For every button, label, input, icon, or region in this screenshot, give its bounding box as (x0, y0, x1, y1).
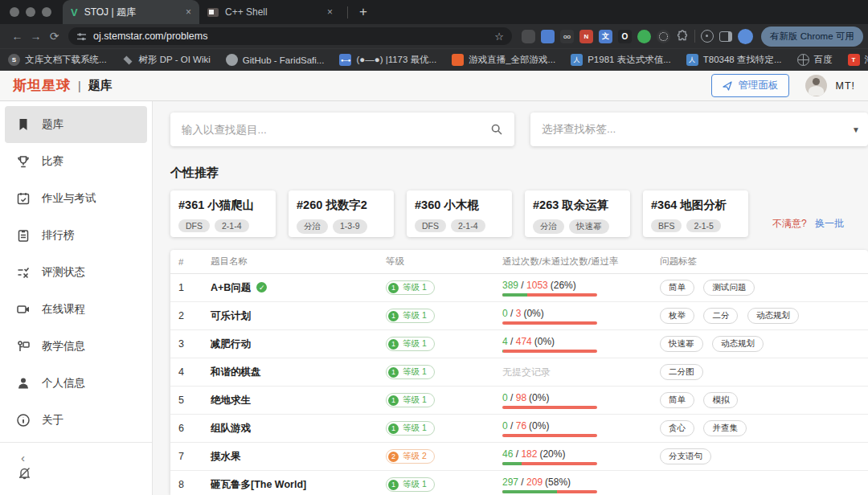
red-n-extension-icon[interactable]: N (579, 30, 593, 43)
problem-name-link[interactable]: 砸瓦鲁多[The World] (211, 479, 306, 490)
tag-pill[interactable]: 贪心 (660, 420, 694, 436)
bookmark-item[interactable]: GitHub - FaridSafi... (226, 54, 325, 66)
sidebar-item-contests[interactable]: 比赛 (0, 143, 152, 180)
bookmark-item[interactable]: ●—● (●—●) |1173 最优... (339, 54, 436, 66)
bookmark-item[interactable]: 人 T80348 查找特定... (686, 54, 782, 66)
window-close-button[interactable] (10, 7, 19, 17)
sidebar-item-problems[interactable]: 题库 (5, 106, 147, 143)
tag-pill[interactable]: 动态规划 (747, 308, 799, 324)
tab-stoj[interactable]: V STOJ | 题库 × (63, 0, 199, 24)
back-button[interactable]: ← (8, 30, 27, 43)
table-row[interactable]: 5 绝地求生 1等级 1 0 / 98(0%) 简单 模拟 (170, 387, 868, 415)
user-avatar[interactable] (805, 75, 827, 96)
extensions-puzzle-icon[interactable] (676, 30, 689, 43)
username-text[interactable]: MT! (835, 80, 855, 92)
tag-select[interactable]: 选择查找标签... ▼ (530, 112, 868, 146)
window-zoom-button[interactable] (42, 7, 51, 17)
sidebar-item-label: 作业与考试 (42, 191, 96, 206)
tab-cpp-shell[interactable]: C++ Shell × (199, 0, 341, 24)
search-input[interactable] (182, 124, 490, 136)
site-settings-icon[interactable] (76, 31, 87, 42)
problem-name-link[interactable]: 和谐的棋盘 (211, 366, 261, 378)
url-text[interactable]: oj.stemstar.com/problems (93, 31, 494, 42)
tag-pill[interactable]: 枚举 (660, 308, 694, 324)
compass-icon[interactable] (701, 30, 714, 43)
table-row[interactable]: 6 组队游戏 1等级 1 0 / 76(0%) 贪心 并查集 (170, 415, 868, 443)
table-row[interactable]: 7 摸水果 2等级 2 46 / 182(20%) 分支语句 (170, 443, 868, 471)
search-icon[interactable] (490, 123, 503, 136)
sidebar-item-judge-status[interactable]: 评测状态 (0, 254, 152, 291)
cat-extension-icon[interactable] (522, 30, 535, 43)
problem-name-link[interactable]: A+B问题 (211, 282, 251, 293)
oo-extension-icon[interactable]: oo (560, 30, 574, 43)
table-row[interactable]: 1 A+B问题✓ 1等级 1 389 / 1053(26%) 简单 测试问题 (170, 274, 868, 302)
table-row[interactable]: 3 减肥行动 1等级 1 4 / 474(0%) 快速幂 动态规划 (170, 330, 868, 358)
notifications-off-icon[interactable] (0, 466, 152, 483)
window-minimize-button[interactable] (26, 7, 35, 17)
problem-name-link[interactable]: 摸水果 (211, 451, 241, 462)
sidebar-item-teaching-info[interactable]: 教学信息 (0, 328, 152, 365)
new-tab-button[interactable]: + (359, 4, 367, 20)
cpp-shell-favicon (207, 8, 219, 17)
address-bar[interactable]: oj.stemstar.com/problems ☆ (68, 27, 512, 45)
tag-pill[interactable]: 并查集 (703, 420, 747, 436)
refresh-batch-link[interactable]: 换一批 (815, 218, 844, 229)
sidebar-item-ranking[interactable]: 排行榜 (0, 217, 152, 254)
bookmark-item[interactable]: 人 P1981 表达式求值... (571, 54, 671, 66)
forward-button[interactable]: → (27, 30, 45, 43)
sidebar-item-homework-exams[interactable]: 作业与考试 (0, 180, 152, 217)
table-row[interactable]: 2 可乐计划 1等级 1 0 / 3(0%) 枚举 二分 动态规划 (170, 302, 868, 330)
tag-pill[interactable]: 简单 (660, 280, 694, 296)
problem-name-link[interactable]: 绝地求生 (211, 395, 251, 406)
problem-card[interactable]: #364 地图分析 BFS 2-1-5 (643, 190, 748, 237)
reload-button[interactable]: ⟳ (45, 30, 63, 43)
sidebar-collapse-chevron[interactable]: ‹ (0, 443, 152, 466)
bookmark-star-icon[interactable]: ☆ (494, 31, 504, 43)
tab-close-icon[interactable]: × (327, 6, 333, 18)
luogu-favicon: 人 (686, 54, 698, 66)
tab-close-icon[interactable]: × (186, 6, 191, 18)
green-extension-icon[interactable] (637, 30, 651, 43)
level-badge: 2等级 2 (386, 449, 435, 464)
problem-card[interactable]: #263 取余运算 分治 快速幂 (525, 190, 630, 237)
tag-pill[interactable]: 二分 (703, 308, 738, 324)
tag-pill[interactable]: 二分图 (660, 364, 703, 380)
admin-panel-button[interactable]: 管理面板 (711, 74, 789, 97)
sidebar-item-profile[interactable]: 个人信息 (0, 365, 152, 402)
tag-pill[interactable]: 测试问题 (703, 280, 755, 296)
problem-name-link[interactable]: 减肥行动 (211, 338, 251, 350)
sidebar-item-online-courses[interactable]: 在线课程 (0, 291, 152, 328)
table-row[interactable]: 4 和谐的棋盘 1等级 1 无提交记录 二分图 (170, 358, 868, 387)
bookmark-item[interactable]: 树形 DP - OI Wiki (122, 54, 211, 66)
problem-name-link[interactable]: 组队游戏 (211, 423, 251, 434)
chrome-update-button[interactable]: 有新版 Chrome 可用 (761, 27, 863, 47)
table-row[interactable]: 8 砸瓦鲁多[The World] 1等级 1 297 / 209(58%) (170, 471, 868, 495)
sphere-extension-icon[interactable] (657, 30, 670, 43)
notes-extension-icon[interactable] (541, 30, 555, 43)
o-extension-icon[interactable]: O (618, 30, 632, 43)
bookmark-item[interactable]: 游戏直播_全部游戏... (452, 54, 555, 66)
tag-pill[interactable]: 简单 (660, 392, 694, 408)
tag-pill[interactable]: 模拟 (703, 392, 738, 408)
clipboard-icon (16, 228, 31, 243)
problem-name-link[interactable]: 可乐计划 (211, 310, 251, 321)
tag-chip: 2-1-4 (215, 219, 249, 232)
problem-card[interactable]: #360 小木棍 DFS 2-1-4 (407, 190, 512, 237)
site-header: 斯坦星球 | 题库 管理面板 MT! (0, 71, 868, 101)
browser-profile-avatar[interactable] (738, 29, 753, 44)
bookmark-item[interactable]: 百度 (797, 54, 833, 66)
chevron-down-icon: ▼ (852, 125, 860, 134)
problem-card[interactable]: #361 小猫爬山 DFS 2-1-4 (170, 190, 276, 237)
translate-extension-icon[interactable]: 文 (599, 30, 612, 43)
row-index: 7 (178, 451, 211, 462)
tag-pill[interactable]: 动态规划 (712, 336, 764, 352)
brand-logo[interactable]: 斯坦星球 (13, 76, 71, 95)
tag-pill[interactable]: 分支语句 (660, 448, 711, 464)
side-panel-icon[interactable] (719, 31, 732, 42)
problem-tags: 快速幂 动态规划 (660, 336, 868, 352)
sidebar-item-about[interactable]: 关于 (0, 402, 152, 439)
tag-pill[interactable]: 快速幂 (660, 336, 703, 352)
bookmark-item[interactable]: S 文库文档下载系统... (8, 54, 107, 66)
problem-card[interactable]: #260 找数字2 分治 1-3-9 (289, 190, 394, 237)
bookmark-item[interactable]: T 淘宝 (848, 54, 868, 66)
